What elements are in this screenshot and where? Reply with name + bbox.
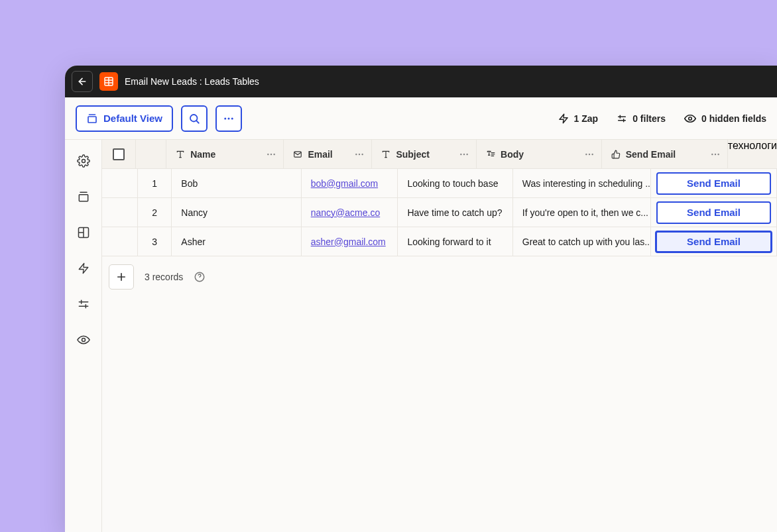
add-row-button[interactable]	[109, 264, 134, 290]
th-email-menu[interactable]	[354, 149, 365, 160]
dots-horizontal-icon	[223, 113, 235, 125]
rail-filters[interactable]	[76, 296, 91, 312]
send-email-button[interactable]: Send Email	[656, 201, 771, 224]
cell-email[interactable]: asher@gmail.com	[302, 227, 398, 256]
rail-visibility[interactable]	[76, 332, 91, 348]
data-table: Name Email Subject Body	[102, 140, 777, 532]
select-all-checkbox[interactable]	[113, 148, 125, 160]
text-type-icon	[176, 150, 185, 159]
table-row: 3 Asher asher@gmail.com Looking forward …	[102, 227, 777, 256]
rail-zaps[interactable]	[76, 260, 91, 276]
search-icon	[188, 113, 200, 125]
app-body: Name Email Subject Body	[65, 140, 777, 532]
svg-point-29	[270, 153, 272, 154]
svg-point-50	[717, 153, 719, 154]
eye-icon	[684, 113, 696, 125]
th-subject[interactable]: Subject	[372, 140, 477, 168]
app-logo-icon	[99, 72, 118, 91]
cell-name[interactable]: Nancy	[172, 198, 301, 227]
svg-point-25	[82, 339, 85, 342]
bolt-icon	[78, 262, 90, 274]
view-toolbar: Default View 1 Zap 0 filters 0 hidden fi…	[65, 97, 777, 140]
rail-settings[interactable]	[76, 153, 91, 169]
table-header-row: Name Email Subject Body	[102, 140, 777, 169]
zap-count-label: 1 Zap	[574, 113, 599, 124]
svg-rect-17	[79, 195, 88, 201]
svg-marker-22	[79, 264, 88, 274]
search-button[interactable]	[181, 105, 208, 132]
svg-point-47	[591, 153, 593, 154]
th-action-menu[interactable]	[710, 149, 721, 160]
th-name-label: Name	[190, 149, 215, 160]
cell-select[interactable]	[102, 169, 138, 197]
th-action[interactable]: Send Email	[602, 140, 728, 168]
send-email-button[interactable]: Send Email	[656, 172, 771, 195]
cell-rownum: 2	[138, 198, 172, 227]
email-link[interactable]: nancy@acme.co	[311, 207, 380, 218]
more-options-button[interactable]	[215, 105, 242, 132]
svg-point-48	[711, 153, 713, 154]
svg-point-46	[589, 153, 590, 154]
dots-horizontal-icon	[354, 149, 365, 160]
th-name[interactable]: Name	[166, 140, 284, 168]
plus-icon	[115, 271, 127, 283]
view-stack-icon	[77, 190, 90, 203]
cell-subject[interactable]: Looking to touch base	[398, 169, 512, 197]
left-rail	[65, 140, 102, 532]
mail-icon	[293, 150, 302, 159]
zap-count[interactable]: 1 Zap	[558, 113, 599, 124]
cell-name[interactable]: Asher	[172, 227, 301, 256]
bolt-icon	[558, 113, 569, 124]
th-email-label: Email	[308, 149, 332, 160]
long-text-icon	[486, 150, 495, 159]
filters-button[interactable]: 0 filters	[617, 113, 666, 124]
cell-subject[interactable]: Have time to catch up?	[398, 198, 512, 227]
default-view-button[interactable]: Default View	[76, 105, 173, 132]
sliders-icon	[77, 297, 90, 311]
default-view-label: Default View	[103, 113, 162, 124]
th-email[interactable]: Email	[284, 140, 372, 168]
help-icon[interactable]	[194, 271, 206, 283]
dots-horizontal-icon	[266, 149, 276, 160]
record-count: 3 records	[145, 272, 183, 282]
cell-email[interactable]: nancy@acme.co	[302, 198, 398, 227]
cell-action: Send Email	[651, 227, 777, 256]
breadcrumb: Email New Leads : Leads Tables	[125, 76, 259, 87]
th-body[interactable]: Body	[477, 140, 602, 168]
cell-select[interactable]	[102, 227, 138, 256]
back-button[interactable]	[72, 71, 93, 92]
rail-views[interactable]	[76, 189, 91, 205]
cell-select[interactable]	[102, 198, 138, 227]
svg-line-8	[196, 121, 198, 123]
hidden-fields-button[interactable]: 0 hidden fields	[684, 113, 766, 125]
table-row: 2 Nancy nancy@acme.co Have time to catch…	[102, 198, 777, 227]
cell-subject[interactable]: Looking forward to it	[398, 227, 512, 256]
dots-horizontal-icon	[710, 149, 721, 160]
cell-email[interactable]: bob@gmail.com	[302, 169, 398, 197]
cell-body[interactable]: If you're open to it, then we c...	[513, 198, 651, 227]
th-subject-label: Subject	[396, 149, 430, 160]
dots-horizontal-icon	[459, 149, 469, 160]
th-name-menu[interactable]	[266, 149, 276, 160]
email-link[interactable]: bob@gmail.com	[311, 178, 378, 189]
send-email-button[interactable]: Send Email	[655, 231, 772, 253]
th-select	[102, 140, 136, 168]
th-body-label: Body	[501, 149, 524, 160]
cell-body[interactable]: Was interesting in scheduling ...	[513, 169, 651, 197]
svg-point-28	[268, 153, 269, 154]
gear-icon	[77, 154, 90, 168]
cell-rownum: 1	[138, 169, 172, 197]
svg-point-49	[715, 153, 716, 154]
cell-name[interactable]: Bob	[172, 169, 301, 197]
th-action-label: Send Email	[626, 149, 676, 160]
th-subject-menu[interactable]	[459, 149, 469, 160]
cell-body[interactable]: Great to catch up with you las...	[513, 227, 651, 256]
svg-point-39	[466, 153, 467, 154]
svg-point-38	[463, 153, 465, 154]
rail-fields[interactable]	[76, 225, 91, 240]
filters-icon	[617, 113, 627, 124]
th-body-menu[interactable]	[584, 149, 595, 160]
arrow-left-icon	[77, 76, 88, 87]
svg-point-15	[689, 117, 692, 120]
email-link[interactable]: asher@gmail.com	[311, 237, 386, 247]
